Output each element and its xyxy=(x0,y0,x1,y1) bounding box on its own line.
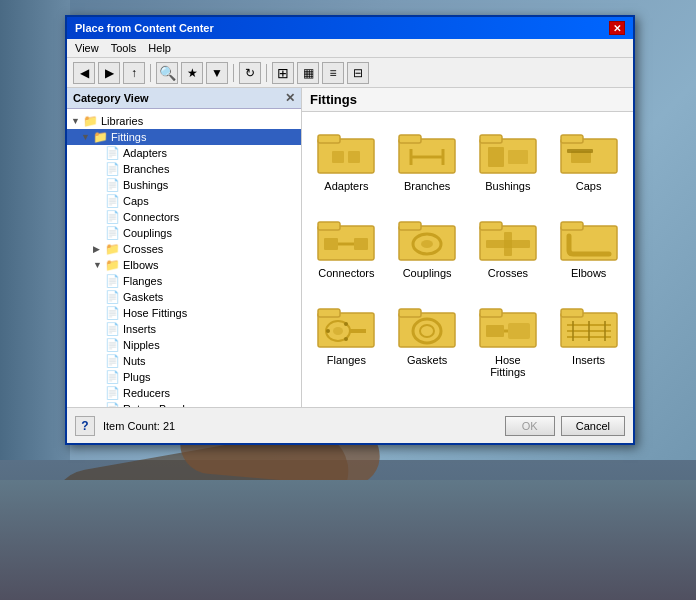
tree-label: Bushings xyxy=(123,179,168,191)
svg-rect-33 xyxy=(318,309,340,317)
grid-item-plugs[interactable]: Plugs xyxy=(472,393,545,407)
view-list-button[interactable]: ▦ xyxy=(297,62,319,84)
tree-view: ▼ 📁 Libraries ▼ 📁 Fittings 📄 Adapters xyxy=(67,109,301,407)
view-details-button[interactable]: ≡ xyxy=(322,62,344,84)
close-button[interactable]: ✕ xyxy=(609,21,625,35)
grid-label: Elbows xyxy=(571,267,606,279)
dialog-window: Place from Content Center ✕ View Tools H… xyxy=(65,15,635,445)
category-view-header: Category View ✕ xyxy=(67,88,301,109)
tree-item-bushings[interactable]: 📄 Bushings xyxy=(67,177,301,193)
file-icon: 📄 xyxy=(105,338,120,352)
tree-item-flanges[interactable]: 📄 Flanges xyxy=(67,273,301,289)
folder-icon: 📁 xyxy=(93,130,108,144)
grid-item-nipples[interactable]: Nipples xyxy=(310,393,383,407)
file-icon: 📄 xyxy=(105,226,120,240)
cancel-button[interactable]: Cancel xyxy=(561,416,625,436)
tree-item-plugs[interactable]: 📄 Plugs xyxy=(67,369,301,385)
help-button[interactable]: ? xyxy=(75,416,95,436)
expand-icon: ▼ xyxy=(93,260,105,270)
expand-icon: ▼ xyxy=(81,132,93,142)
tree-item-nuts[interactable]: 📄 Nuts xyxy=(67,353,301,369)
grid-item-caps[interactable]: Caps xyxy=(552,120,625,199)
tree-item-adapters[interactable]: 📄 Adapters xyxy=(67,145,301,161)
menu-tools[interactable]: Tools xyxy=(111,42,137,54)
grid-item-nuts[interactable]: Nuts xyxy=(391,393,464,407)
menu-view[interactable]: View xyxy=(75,42,99,54)
refresh-button[interactable]: ↻ xyxy=(239,62,261,84)
svg-rect-2 xyxy=(332,151,344,163)
svg-rect-16 xyxy=(567,149,593,153)
view-table-button[interactable]: ⊟ xyxy=(347,62,369,84)
svg-rect-0 xyxy=(318,139,374,173)
menu-help[interactable]: Help xyxy=(148,42,171,54)
up-button[interactable]: ↑ xyxy=(123,62,145,84)
tree-item-gaskets[interactable]: 📄 Gaskets xyxy=(67,289,301,305)
svg-rect-47 xyxy=(508,323,530,339)
tree-item-libraries[interactable]: ▼ 📁 Libraries xyxy=(67,113,301,129)
file-icon: 📄 xyxy=(105,146,120,160)
tree-label: Crosses xyxy=(123,243,163,255)
title-bar: Place from Content Center ✕ xyxy=(67,17,633,39)
bottom-bar: ? Item Count: 21 OK Cancel xyxy=(67,407,633,443)
filter-button[interactable]: ▼ xyxy=(206,62,228,84)
expand-icon xyxy=(93,212,105,222)
tree-label: Couplings xyxy=(123,227,172,239)
grid-item-crosses[interactable]: Crosses xyxy=(472,207,545,286)
grid-item-adapters[interactable]: Adapters xyxy=(310,120,383,199)
grid-item-bushings[interactable]: Bushings xyxy=(472,120,545,199)
panel-close-button[interactable]: ✕ xyxy=(285,91,295,105)
tree-item-crosses[interactable]: ▶ 📁 Crosses xyxy=(67,241,301,257)
tree-item-elbows[interactable]: ▼ 📁 Elbows xyxy=(67,257,301,273)
grid-item-couplings[interactable]: Couplings xyxy=(391,207,464,286)
item-count-area: Item Count: 21 xyxy=(95,420,505,432)
file-icon: 📄 xyxy=(105,210,120,224)
grid-item-inserts[interactable]: Inserts xyxy=(552,294,625,385)
grid-item-reducers[interactable]: Reducers xyxy=(552,393,625,407)
file-icon: 📄 xyxy=(105,274,120,288)
tree-item-reducers[interactable]: 📄 Reducers xyxy=(67,385,301,401)
search-button[interactable]: 🔍 xyxy=(156,62,178,84)
folder-icon-reducers xyxy=(559,400,619,407)
file-icon: 📄 xyxy=(105,178,120,192)
grid-item-connectors[interactable]: Connectors xyxy=(310,207,383,286)
view-icons-button[interactable]: ⊞ xyxy=(272,62,294,84)
tree-item-caps[interactable]: 📄 Caps xyxy=(67,193,301,209)
expand-icon xyxy=(93,340,105,350)
folder-icon-inserts xyxy=(559,301,619,351)
grid-item-hose-fittings[interactable]: Hose Fittings xyxy=(472,294,545,385)
folder-icon-connectors xyxy=(316,214,376,264)
expand-icon xyxy=(93,196,105,206)
grid-item-flanges[interactable]: Flanges xyxy=(310,294,383,385)
tree-item-fittings[interactable]: ▼ 📁 Fittings xyxy=(67,129,301,145)
folder-icon-hose-fittings xyxy=(478,301,538,351)
folder-icon-bushings xyxy=(478,127,538,177)
grid-label: Connectors xyxy=(318,267,374,279)
favorites-button[interactable]: ★ xyxy=(181,62,203,84)
grid-label: Adapters xyxy=(324,180,368,192)
expand-icon xyxy=(93,148,105,158)
file-icon: 📄 xyxy=(105,386,120,400)
folder-icon: 📁 xyxy=(83,114,98,128)
left-panel: Category View ✕ ▼ 📁 Libraries ▼ 📁 Fittin… xyxy=(67,88,302,407)
back-button[interactable]: ◀ xyxy=(73,62,95,84)
svg-rect-31 xyxy=(561,222,583,230)
tree-label: Nipples xyxy=(123,339,160,351)
tree-item-branches[interactable]: 📄 Branches xyxy=(67,161,301,177)
ok-button[interactable]: OK xyxy=(505,416,555,436)
tree-item-inserts[interactable]: 📄 Inserts xyxy=(67,321,301,337)
tree-item-connectors[interactable]: 📄 Connectors xyxy=(67,209,301,225)
forward-button[interactable]: ▶ xyxy=(98,62,120,84)
tree-item-nipples[interactable]: 📄 Nipples xyxy=(67,337,301,353)
grid-label: Branches xyxy=(404,180,450,192)
grid-item-gaskets[interactable]: Gaskets xyxy=(391,294,464,385)
grid-label: Crosses xyxy=(488,267,528,279)
toolbar: ◀ ▶ ↑ 🔍 ★ ▼ ↻ ⊞ ▦ ≡ ⊟ xyxy=(67,58,633,88)
svg-point-25 xyxy=(421,240,433,248)
tree-item-hose-fittings[interactable]: 📄 Hose Fittings xyxy=(67,305,301,321)
grid-item-branches[interactable]: Branches xyxy=(391,120,464,199)
svg-rect-19 xyxy=(324,238,338,250)
dialog-title: Place from Content Center xyxy=(75,22,214,34)
grid-item-elbows[interactable]: Elbows xyxy=(552,207,625,286)
file-icon: 📄 xyxy=(105,290,120,304)
tree-item-couplings[interactable]: 📄 Couplings xyxy=(67,225,301,241)
